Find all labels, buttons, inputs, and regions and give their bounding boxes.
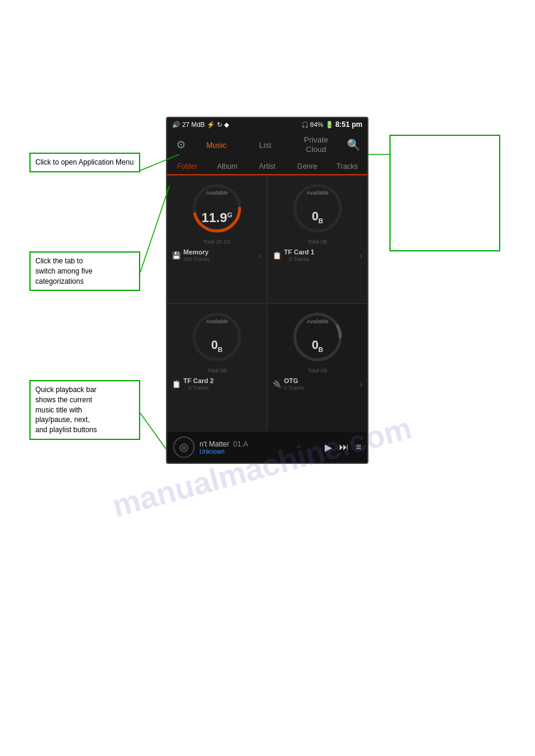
- card-total-tf2: Total 0B: [207, 368, 227, 374]
- playback-title: n't Matter 01.A: [200, 440, 320, 448]
- status-bar: 🔊 27 MdB ⚡ ↻ ◆ 🎧 84% 🔋 8:51 pm: [167, 118, 367, 131]
- card-arrow-otg: ›: [359, 379, 362, 389]
- annotation-tab-switch: Click the tab toswitch among fivecategor…: [29, 251, 140, 291]
- nav-tab-list[interactable]: List: [256, 138, 275, 152]
- network-label: MdB: [191, 121, 205, 128]
- card-name-row-tf2: 📋 TF Card 2 0 Tracks: [172, 377, 214, 391]
- playback-disc: ◎: [173, 436, 195, 458]
- phone-frame: 🔊 27 MdB ⚡ ↻ ◆ 🎧 84% 🔋 8:51 pm ⚙ Music L…: [166, 117, 368, 464]
- gauge-available-label-tf1: Available: [291, 190, 344, 196]
- status-time: 8:51 pm: [335, 120, 362, 129]
- card-tracks-otg: 0 Tracks: [284, 385, 304, 391]
- card-tracks-tf1: 0 Tracks: [284, 256, 315, 262]
- signal-strength: 27: [182, 121, 189, 128]
- play-pause-button[interactable]: ▶: [325, 442, 332, 453]
- status-right: 🎧 84% 🔋 8:51 pm: [301, 120, 362, 129]
- card-total-tf1: Total 0B: [308, 239, 328, 245]
- card-name-otg: OTG: [284, 377, 304, 384]
- gauge-available-label: Available: [190, 190, 244, 196]
- svg-line-8: [140, 413, 166, 449]
- category-tabs: Folder Album Artist Genre Tracks: [167, 159, 367, 175]
- annotation-playback-bar: Quick playback barshows the currentmusic…: [29, 380, 140, 440]
- memory-icon: 💾: [172, 251, 181, 260]
- playback-controls: ▶ ⏭ ≡: [325, 442, 361, 453]
- gauge-tfcard2: Available 0B: [190, 310, 244, 364]
- svg-line-7: [140, 186, 170, 272]
- card-name-row-tf1: 📋 TF Card 1 0 Tracks: [273, 248, 315, 262]
- cat-tab-artist[interactable]: Artist: [247, 159, 288, 174]
- storage-card-memory[interactable]: Available 11.9G Total 25.1G 💾 Memory 245…: [167, 175, 267, 303]
- volume-icon: 🔊: [172, 121, 180, 129]
- card-footer-tf2: 📋 TF Card 2 0 Tracks: [172, 377, 262, 391]
- next-button[interactable]: ⏭: [339, 442, 349, 453]
- card-arrow-tf1: ›: [359, 251, 362, 260]
- storage-card-otg[interactable]: Available 0B Total 0B 🔌 OTG 0 Tracks ›: [268, 304, 367, 432]
- storage-grid: Available 11.9G Total 25.1G 💾 Memory 245…: [167, 175, 367, 432]
- headphone-icon: 🎧: [301, 122, 309, 128]
- playback-info: n't Matter 01.A Unknown: [200, 440, 320, 455]
- card-footer-otg: 🔌 OTG 0 Tracks ›: [273, 377, 362, 391]
- gauge-otg: Available 0B: [291, 310, 344, 364]
- card-tracks-memory: 245 Tracks: [183, 256, 210, 262]
- status-left: 🔊 27 MdB ⚡ ↻ ◆: [172, 121, 229, 129]
- card-total-otg: Total 0B: [308, 368, 328, 374]
- nav-tabs: Music List PrivateCloud: [190, 133, 344, 156]
- playback-bar: ◎ n't Matter 01.A Unknown ▶ ⏭ ≡: [167, 432, 367, 463]
- usb-icon: ⚡: [207, 121, 215, 129]
- storage-card-tfcard1[interactable]: Available 0B Total 0B 📋 TF Card 1 0 Trac…: [268, 175, 367, 303]
- gauge-tfcard1: Available 0B: [291, 181, 344, 235]
- card-footer-memory: 💾 Memory 245 Tracks ›: [172, 248, 262, 262]
- alarm-icon: ◆: [224, 121, 229, 129]
- gauge-value-tf1: 0B: [291, 210, 344, 224]
- battery-level: 84%: [310, 121, 324, 128]
- storage-card-tfcard2[interactable]: Available 0B Total 0B 📋 TF Card 2 0 Trac…: [167, 304, 267, 432]
- sync-icon: ↻: [217, 121, 222, 129]
- card-name-memory: Memory: [183, 248, 210, 256]
- cat-tab-genre[interactable]: Genre: [287, 159, 327, 174]
- otg-icon: 🔌: [273, 380, 282, 388]
- card-name-row-otg: 🔌 OTG 0 Tracks: [273, 377, 304, 391]
- card-total-memory: Total 25.1G: [203, 239, 231, 245]
- tfcard1-icon: 📋: [273, 251, 282, 260]
- nav-tab-music[interactable]: Music: [202, 138, 230, 152]
- cat-tab-album[interactable]: Album: [207, 159, 247, 174]
- card-footer-tf1: 📋 TF Card 1 0 Tracks ›: [273, 248, 362, 262]
- cat-tab-folder[interactable]: Folder: [167, 159, 207, 175]
- nav-tab-private-cloud[interactable]: PrivateCloud: [300, 133, 331, 156]
- gauge-memory: Available 11.9G: [190, 181, 244, 235]
- search-button[interactable]: 🔍: [344, 138, 362, 151]
- settings-button[interactable]: ⚙: [172, 138, 190, 151]
- card-name-row-memory: 💾 Memory 245 Tracks: [172, 248, 210, 262]
- tfcard2-icon: 📋: [172, 380, 181, 388]
- gauge-value-tf2: 0B: [190, 339, 244, 353]
- cat-tab-tracks[interactable]: Tracks: [327, 159, 367, 174]
- gauge-value-otg: 0B: [291, 339, 344, 353]
- gauge-available-label-otg: Available: [291, 318, 344, 324]
- card-tracks-tf2: 0 Tracks: [183, 385, 214, 391]
- annotation-app-menu: Click to open Application Menu: [29, 153, 140, 172]
- playlist-button[interactable]: ≡: [356, 442, 361, 453]
- right-annotation-box: [389, 135, 500, 251]
- playback-artist: Unknown: [200, 448, 320, 455]
- card-name-tf1: TF Card 1: [284, 248, 315, 256]
- battery-icon: 🔋: [325, 121, 334, 129]
- gauge-available-label-tf2: Available: [190, 318, 244, 324]
- gauge-value-memory: 11.9G: [190, 211, 244, 224]
- card-name-tf2: TF Card 2: [183, 377, 214, 384]
- nav-bar: ⚙ Music List PrivateCloud 🔍: [167, 131, 367, 159]
- card-arrow-memory: ›: [259, 251, 262, 260]
